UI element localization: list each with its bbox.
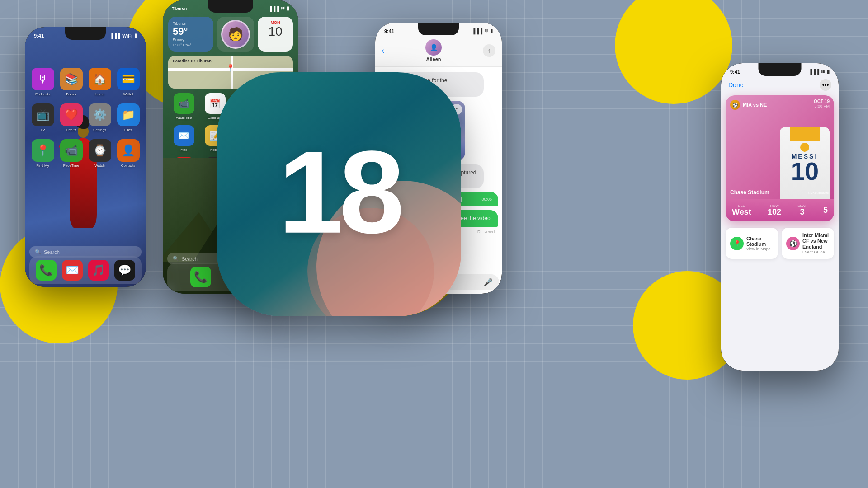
phone4-notch <box>759 63 802 76</box>
maps-label: Paradise Dr Tiburon <box>173 59 212 63</box>
yellow-circle-4 <box>615 0 732 104</box>
messages-header: ‹ 👤 Aileen ↑ <box>375 36 502 67</box>
venue-card-subtitle: View in Maps <box>746 247 774 251</box>
team-matchup: MIA vs NE <box>743 102 767 108</box>
app-podcasts[interactable]: 🎙 Podcasts <box>32 68 54 96</box>
phone4-battery: ▮ <box>827 69 830 75</box>
ios18-number: 18 <box>278 133 400 251</box>
phone1-time: 9:41 <box>34 33 44 38</box>
weather-temp: 59° <box>173 26 209 38</box>
ios18-logo: 18 <box>217 72 461 316</box>
app-files[interactable]: 📁 Files <box>117 103 140 132</box>
back-button[interactable]: ‹ <box>382 46 384 56</box>
phone1-signal: ▐▐▐ <box>109 33 120 38</box>
contact-avatar: 👤 <box>425 39 442 56</box>
p2-mail[interactable]: ✉️ Mail <box>174 125 194 152</box>
seat-col: Seat 3 <box>797 204 807 217</box>
ticket-player-section: ⚽ MIA vs NE OCT 19 3:00 PM MESSI <box>726 95 834 199</box>
seat-num: 5 <box>823 206 828 215</box>
phone4-header: Done ••• <box>721 76 839 94</box>
phone3-battery: ▮ <box>490 28 493 34</box>
phone3-signal: ▐▐▐ <box>472 28 482 34</box>
seat-section: Sec West <box>732 204 751 217</box>
app-wallet[interactable]: 💳 Wallet <box>117 68 140 96</box>
seat-row: Row 102 <box>768 204 781 217</box>
app-watch[interactable]: ⌚ Watch <box>89 139 111 168</box>
p2-facetime[interactable]: 📹 FaceTime <box>174 93 194 120</box>
done-button[interactable]: Done <box>728 81 743 89</box>
dock-messages[interactable]: 💬 <box>114 260 135 281</box>
event-icon: ⚽ <box>786 237 800 250</box>
phone1-dock: 📞 ✉️ 🎵 💬 <box>29 256 142 284</box>
p2-dock-phone[interactable]: 📞 <box>190 267 211 287</box>
ticket-action-cards: 📍 Chase Stadium View in Maps ⚽ Inter Mia… <box>721 223 839 264</box>
phone1: 9:41 ▐▐▐ WiFi ▮ 🎙 Podcasts 📚 <box>25 27 146 287</box>
app-contacts[interactable]: 👤 Contacts <box>117 139 140 168</box>
app-tv[interactable]: 📺 TV <box>32 103 54 132</box>
venue-name-on-ticket: Chase Stadium <box>730 189 769 196</box>
event-card-subtitle: Event Guide <box>802 250 830 254</box>
phone4-wifi: ≋ <box>821 69 825 75</box>
phone4: 9:41 ▐▐▐ ≋ ▮ Done ••• ⚽ MIA <box>721 63 839 371</box>
seat-info-bar: Sec West Row 102 Seat 3 5 <box>726 199 834 221</box>
maps-icon: 📍 <box>730 237 744 250</box>
phone2-wifi: ≋ <box>281 5 285 11</box>
player-number: 10 <box>791 160 819 183</box>
app-findmy[interactable]: 📍 Find My <box>32 139 54 168</box>
weather-high: H:70° <box>173 43 182 47</box>
ticket-card[interactable]: ⚽ MIA vs NE OCT 19 3:00 PM MESSI <box>726 95 834 221</box>
event-guide-card[interactable]: ⚽ Inter Miami CF vs New England Event Gu… <box>782 228 834 259</box>
audio-duration: 00:05 <box>481 197 492 202</box>
dock-music[interactable]: 🎵 <box>88 260 109 281</box>
phone1-notch <box>65 27 106 40</box>
team-badge: ⚽ MIA vs NE <box>730 100 767 110</box>
app-books[interactable]: 📚 Books <box>60 68 83 96</box>
weather-low: L:54° <box>183 43 191 47</box>
app-facetime[interactable]: 📹 FaceTime <box>60 139 83 168</box>
phone2-notch <box>208 0 253 13</box>
calendar-widget[interactable]: MON 10 <box>258 17 293 52</box>
dock-mail[interactable]: ✉️ <box>62 260 83 281</box>
phone2-location: Tiburon <box>172 6 187 11</box>
app-settings[interactable]: ⚙️ Settings <box>89 103 111 132</box>
share-button[interactable]: ↑ <box>483 44 495 57</box>
phone2-battery: ▮ <box>287 5 289 11</box>
player-graphic: MESSI 10 <box>780 104 830 199</box>
phone4-time: 9:41 <box>730 69 740 75</box>
phone3-wifi: ≋ <box>484 28 488 34</box>
venue-card-title: Chase Stadium <box>746 236 774 247</box>
venue-map-card[interactable]: 📍 Chase Stadium View in Maps <box>726 228 778 259</box>
phone3-time: 9:41 <box>384 28 394 34</box>
phone1-wifi: WiFi <box>122 33 132 38</box>
app-home[interactable]: 🏠 Home <box>89 68 111 96</box>
photos-widget[interactable]: 🧑 <box>217 17 254 52</box>
weather-condition: Sunny <box>173 38 209 42</box>
phone1-battery: ▮ <box>134 33 137 38</box>
more-button[interactable]: ••• <box>820 79 831 91</box>
calendar-date: 10 <box>261 25 289 39</box>
phone1-apps: 🎙 Podcasts 📚 Books 🏠 Home 💳 Wallet <box>28 68 142 175</box>
phone3-notch <box>418 23 459 35</box>
phone2-widgets: Tiburon 59° Sunny H:70° L:54° 🧑 <box>163 15 298 53</box>
phone4-signal: ▐▐▐ <box>809 69 819 75</box>
weather-widget[interactable]: Tiburon 59° Sunny H:70° L:54° <box>168 17 213 52</box>
phone2-signal: ▐▐▐ <box>269 6 279 11</box>
weather-location: Tiburon <box>173 21 209 26</box>
dock-phone[interactable]: 📞 <box>36 260 57 281</box>
app-health[interactable]: ❤️ Health <box>60 103 83 132</box>
ticketmaster-logo: ticketmaster <box>808 188 830 196</box>
event-card-title: Inter Miami CF vs New England <box>802 232 830 250</box>
contact-name: Aileen <box>426 56 441 62</box>
